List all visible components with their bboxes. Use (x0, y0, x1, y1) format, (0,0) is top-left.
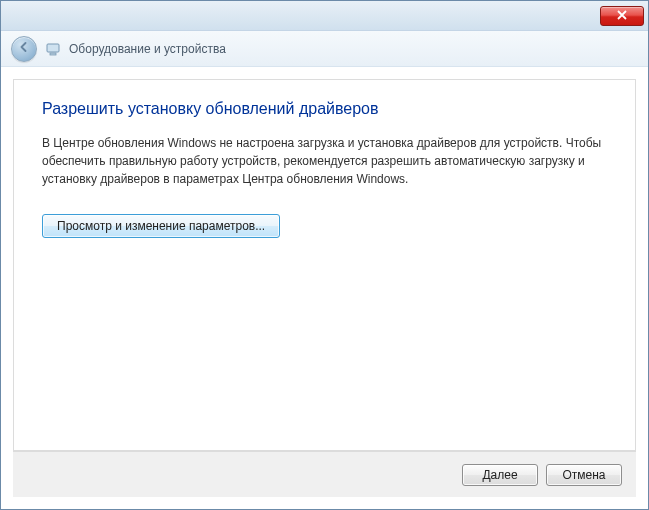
content-panel: Разрешить установку обновлений драйверов… (13, 79, 636, 451)
header-bar: Оборудование и устройства (1, 31, 648, 67)
svg-rect-0 (47, 44, 59, 52)
titlebar (1, 1, 648, 31)
footer-bar: Далее Отмена (13, 451, 636, 497)
content-wrap: Разрешить установку обновлений драйверов… (1, 67, 648, 509)
close-icon (617, 9, 627, 23)
back-button[interactable] (11, 36, 37, 62)
header-title: Оборудование и устройства (69, 42, 226, 56)
next-button[interactable]: Далее (462, 464, 538, 486)
arrow-left-icon (18, 41, 30, 56)
main-heading: Разрешить установку обновлений драйверов (42, 100, 607, 118)
svg-rect-1 (50, 53, 56, 55)
troubleshooter-window: Оборудование и устройства Разрешить уста… (0, 0, 649, 510)
view-change-settings-button[interactable]: Просмотр и изменение параметров... (42, 214, 280, 238)
body-text: В Центре обновления Windows не настроена… (42, 134, 602, 188)
close-button[interactable] (600, 6, 644, 26)
cancel-button[interactable]: Отмена (546, 464, 622, 486)
hardware-icon (45, 41, 61, 57)
